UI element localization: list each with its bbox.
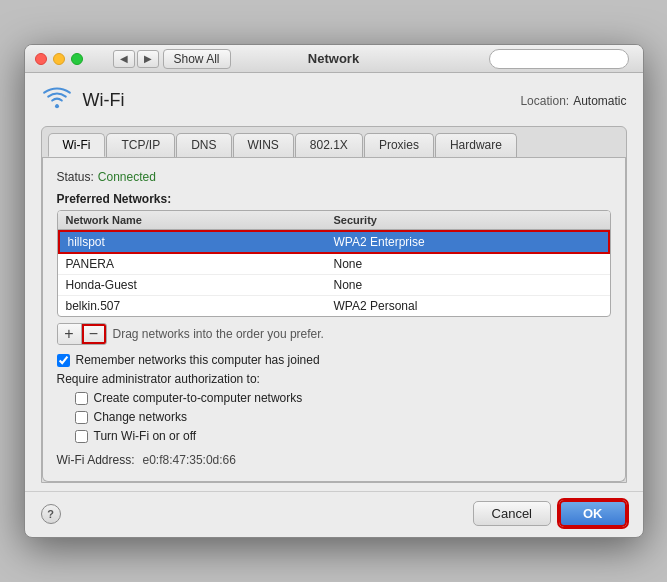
table-controls: + − Drag networks into the order you pre…	[57, 323, 611, 345]
wifi-panel: Status: Connected Preferred Networks: Ne…	[42, 158, 626, 482]
turn-wifi-row: Turn Wi-Fi on or off	[75, 429, 611, 443]
change-networks-label: Change networks	[94, 410, 187, 424]
network-security-0: WPA2 Enterprise	[334, 235, 600, 249]
tab-dns[interactable]: DNS	[176, 133, 231, 157]
network-name-2: Honda-Guest	[66, 278, 334, 292]
network-name-3: belkin.507	[66, 299, 334, 313]
create-network-checkbox[interactable]	[75, 392, 88, 405]
forward-button[interactable]: ▶	[137, 50, 159, 68]
show-all-button[interactable]: Show All	[163, 49, 231, 69]
bottom-bar: ? Cancel OK	[25, 491, 643, 537]
tab-proxies[interactable]: Proxies	[364, 133, 434, 157]
network-row-0[interactable]: hillspot WPA2 Enterprise	[58, 230, 610, 254]
svg-point-0	[55, 104, 59, 108]
wifi-address-label: Wi-Fi Address:	[57, 453, 135, 467]
back-button[interactable]: ◀	[113, 50, 135, 68]
add-remove-buttons: + −	[57, 323, 107, 345]
help-button[interactable]: ?	[41, 504, 61, 524]
status-row: Status: Connected	[57, 170, 611, 184]
close-button[interactable]	[35, 53, 47, 65]
network-window: ◀ ▶ Show All Network 🔍	[24, 44, 644, 538]
tabs: Wi-Fi TCP/IP DNS WINS 802.1X Proxies Har…	[42, 127, 626, 158]
network-row-3[interactable]: belkin.507 WPA2 Personal	[58, 296, 610, 316]
create-network-row: Create computer-to-computer networks	[75, 391, 611, 405]
turn-wifi-label: Turn Wi-Fi on or off	[94, 429, 197, 443]
change-networks-row: Change networks	[75, 410, 611, 424]
status-label: Status:	[57, 170, 94, 184]
content-area: Wi-Fi Location: Automatic Wi-Fi TCP/IP D…	[25, 73, 643, 491]
col-security: Security	[334, 214, 602, 226]
tab-hardware[interactable]: Hardware	[435, 133, 517, 157]
wifi-header: Wi-Fi	[41, 85, 125, 116]
drag-hint: Drag networks into the order you prefer.	[113, 327, 324, 341]
nav-buttons: ◀ ▶	[113, 50, 159, 68]
col-network-name: Network Name	[66, 214, 334, 226]
network-security-3: WPA2 Personal	[334, 299, 602, 313]
preferred-networks-label: Preferred Networks:	[57, 192, 611, 206]
network-name-1: PANERA	[66, 257, 334, 271]
ok-button[interactable]: OK	[559, 500, 627, 527]
title-bar: ◀ ▶ Show All Network 🔍	[25, 45, 643, 73]
network-security-1: None	[334, 257, 602, 271]
network-security-2: None	[334, 278, 602, 292]
wifi-address-value: e0:f8:47:35:0d:66	[143, 453, 236, 467]
wifi-address-row: Wi-Fi Address: e0:f8:47:35:0d:66	[57, 453, 611, 467]
tab-wifi[interactable]: Wi-Fi	[48, 133, 106, 157]
add-network-button[interactable]: +	[58, 324, 82, 344]
minimize-button[interactable]	[53, 53, 65, 65]
remove-network-button[interactable]: −	[82, 324, 106, 344]
change-networks-checkbox[interactable]	[75, 411, 88, 424]
location-label: Location:	[520, 94, 569, 108]
search-box: 🔍	[489, 49, 629, 69]
network-row-1[interactable]: PANERA None	[58, 254, 610, 275]
table-header: Network Name Security	[58, 211, 610, 230]
create-network-label: Create computer-to-computer networks	[94, 391, 303, 405]
remember-networks-checkbox[interactable]	[57, 354, 70, 367]
location-value: Automatic	[573, 94, 626, 108]
tab-wins[interactable]: WINS	[233, 133, 294, 157]
network-row-2[interactable]: Honda-Guest None	[58, 275, 610, 296]
remember-networks-row: Remember networks this computer has join…	[57, 353, 611, 367]
turn-wifi-checkbox[interactable]	[75, 430, 88, 443]
wifi-icon	[41, 85, 73, 116]
tab-tcpip[interactable]: TCP/IP	[106, 133, 175, 157]
maximize-button[interactable]	[71, 53, 83, 65]
tab-8021x[interactable]: 802.1X	[295, 133, 363, 157]
network-name-0: hillspot	[68, 235, 334, 249]
admin-auth-label: Require administrator authorization to:	[57, 372, 611, 386]
tabs-container: Wi-Fi TCP/IP DNS WINS 802.1X Proxies Har…	[41, 126, 627, 483]
status-value: Connected	[98, 170, 156, 184]
admin-checkboxes: Create computer-to-computer networks Cha…	[57, 391, 611, 443]
remember-networks-label: Remember networks this computer has join…	[76, 353, 320, 367]
search-input[interactable]	[489, 49, 629, 69]
traffic-lights	[35, 53, 83, 65]
window-title: Network	[308, 51, 359, 66]
cancel-button[interactable]: Cancel	[473, 501, 551, 526]
wifi-label: Wi-Fi	[83, 90, 125, 111]
networks-table: Network Name Security hillspot WPA2 Ente…	[57, 210, 611, 317]
location-row: Location: Automatic	[520, 94, 626, 108]
